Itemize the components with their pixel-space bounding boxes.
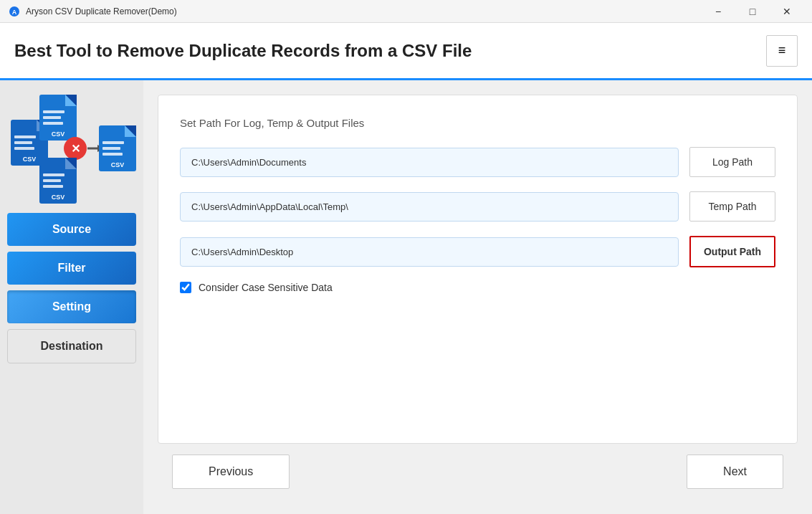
svg-text:CSV: CSV (23, 156, 37, 163)
source-button[interactable]: Source (7, 213, 136, 246)
content-area: Set Path For Log, Temp & Output Files Lo… (143, 80, 812, 514)
svg-rect-31 (43, 185, 63, 188)
next-button[interactable]: Next (687, 454, 783, 489)
main-layout: CSV CSV ✕ (0, 80, 812, 514)
svg-text:A: A (12, 9, 17, 16)
temp-path-row: Temp Path (180, 191, 775, 222)
output-path-input[interactable] (180, 237, 679, 267)
previous-button[interactable]: Previous (172, 454, 290, 489)
output-path-button[interactable]: Output Path (689, 236, 775, 267)
content-panel: Set Path For Log, Temp & Output Files Lo… (158, 95, 798, 444)
svg-rect-14 (43, 122, 63, 125)
svg-rect-29 (43, 173, 65, 176)
sidebar: CSV CSV ✕ (0, 80, 143, 514)
bottom-nav: Previous Next (158, 444, 798, 500)
panel-title: Set Path For Log, Temp & Output Files (180, 117, 775, 129)
svg-rect-23 (102, 147, 120, 150)
sidebar-nav: Source Filter Setting Destination (7, 213, 136, 363)
app-icon: A (9, 6, 20, 17)
svg-rect-7 (14, 147, 34, 150)
svg-rect-24 (102, 153, 123, 156)
close-button[interactable]: ✕ (770, 0, 803, 23)
filter-button[interactable]: Filter (7, 252, 136, 285)
output-path-row: Output Path (180, 236, 775, 267)
csv-illustration: CSV CSV ✕ (7, 95, 136, 206)
svg-rect-30 (43, 179, 61, 182)
log-path-row: Log Path (180, 147, 775, 177)
log-path-input[interactable] (180, 148, 679, 177)
temp-path-input[interactable] (180, 192, 679, 222)
app-title: Best Tool to Remove Duplicate Records fr… (14, 41, 472, 61)
svg-rect-5 (14, 135, 36, 138)
svg-rect-12 (43, 110, 65, 113)
destination-button[interactable]: Destination (7, 329, 136, 363)
svg-text:CSV: CSV (52, 194, 65, 201)
temp-path-button[interactable]: Temp Path (689, 191, 775, 222)
app-header: Best Tool to Remove Duplicate Records fr… (0, 23, 812, 80)
svg-rect-22 (102, 141, 124, 144)
maximize-button[interactable]: □ (736, 0, 769, 23)
title-bar-text: Aryson CSV Duplicate Remover(Demo) (26, 6, 702, 16)
case-sensitive-checkbox[interactable] (180, 282, 191, 293)
minimize-button[interactable]: − (702, 0, 735, 23)
setting-button[interactable]: Setting (7, 290, 136, 323)
svg-text:CSV: CSV (111, 161, 125, 168)
case-sensitive-row: Consider Case Sensitive Data (180, 282, 775, 293)
case-sensitive-label[interactable]: Consider Case Sensitive Data (199, 282, 333, 293)
svg-text:✕: ✕ (71, 143, 80, 155)
svg-rect-6 (14, 141, 32, 144)
title-bar-controls: − □ ✕ (702, 0, 803, 23)
svg-rect-13 (43, 116, 61, 119)
log-path-button[interactable]: Log Path (689, 147, 775, 177)
title-bar: A Aryson CSV Duplicate Remover(Demo) − □… (0, 0, 812, 23)
menu-button[interactable]: ≡ (766, 35, 798, 67)
svg-text:CSV: CSV (52, 130, 65, 138)
